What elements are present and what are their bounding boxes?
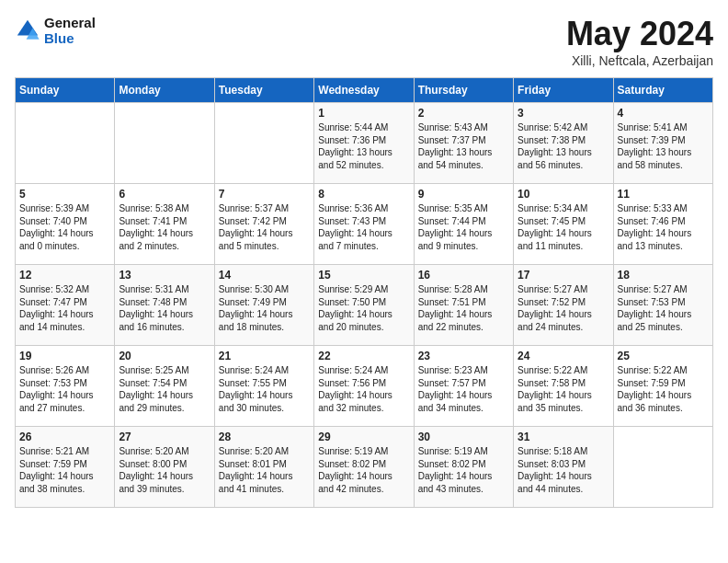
- day-detail: Sunrise: 5:21 AM Sunset: 7:59 PM Dayligh…: [19, 445, 110, 495]
- calendar-cell: 9Sunrise: 5:35 AM Sunset: 7:44 PM Daylig…: [414, 184, 513, 265]
- day-number: 6: [119, 188, 210, 201]
- day-number: 11: [618, 188, 709, 201]
- calendar-cell: 4Sunrise: 5:41 AM Sunset: 7:39 PM Daylig…: [613, 103, 712, 184]
- calendar-cell: 31Sunrise: 5:18 AM Sunset: 8:03 PM Dayli…: [514, 427, 613, 508]
- day-detail: Sunrise: 5:32 AM Sunset: 7:47 PM Dayligh…: [19, 283, 110, 333]
- day-detail: Sunrise: 5:31 AM Sunset: 7:48 PM Dayligh…: [119, 283, 210, 333]
- day-detail: Sunrise: 5:36 AM Sunset: 7:43 PM Dayligh…: [318, 202, 409, 252]
- day-detail: Sunrise: 5:30 AM Sunset: 7:49 PM Dayligh…: [219, 283, 310, 333]
- day-number: 15: [318, 269, 409, 282]
- day-detail: Sunrise: 5:20 AM Sunset: 8:00 PM Dayligh…: [119, 445, 210, 495]
- logo-text: General Blue: [44, 15, 96, 46]
- day-detail: Sunrise: 5:18 AM Sunset: 8:03 PM Dayligh…: [518, 445, 609, 495]
- day-detail: Sunrise: 5:26 AM Sunset: 7:53 PM Dayligh…: [19, 364, 110, 414]
- day-number: 24: [518, 350, 609, 362]
- day-number: 2: [418, 107, 509, 120]
- calendar-table: SundayMondayTuesdayWednesdayThursdayFrid…: [15, 77, 713, 508]
- calendar-cell: 15Sunrise: 5:29 AM Sunset: 7:50 PM Dayli…: [314, 265, 414, 346]
- calendar-cell: [214, 103, 313, 184]
- day-number: 14: [219, 269, 310, 282]
- calendar-cell: [613, 427, 712, 508]
- calendar-cell: 29Sunrise: 5:19 AM Sunset: 8:02 PM Dayli…: [314, 427, 414, 508]
- day-number: 5: [19, 188, 110, 201]
- day-detail: Sunrise: 5:34 AM Sunset: 7:45 PM Dayligh…: [518, 202, 609, 252]
- day-number: 16: [418, 269, 509, 282]
- calendar-week-4: 19Sunrise: 5:26 AM Sunset: 7:53 PM Dayli…: [16, 346, 713, 427]
- calendar-cell: 27Sunrise: 5:20 AM Sunset: 8:00 PM Dayli…: [115, 427, 214, 508]
- calendar-cell: 16Sunrise: 5:28 AM Sunset: 7:51 PM Dayli…: [414, 265, 513, 346]
- day-detail: Sunrise: 5:22 AM Sunset: 7:58 PM Dayligh…: [518, 364, 609, 414]
- header-friday: Friday: [514, 78, 613, 103]
- day-number: 4: [618, 107, 709, 120]
- day-number: 30: [418, 431, 509, 443]
- calendar-cell: 30Sunrise: 5:19 AM Sunset: 8:02 PM Dayli…: [414, 427, 513, 508]
- day-detail: Sunrise: 5:39 AM Sunset: 7:40 PM Dayligh…: [19, 202, 110, 252]
- day-number: 12: [19, 269, 110, 282]
- day-number: 17: [518, 269, 609, 282]
- day-detail: Sunrise: 5:19 AM Sunset: 8:02 PM Dayligh…: [418, 445, 509, 495]
- calendar-header-row: SundayMondayTuesdayWednesdayThursdayFrid…: [16, 78, 713, 103]
- day-number: 22: [318, 350, 409, 362]
- calendar-cell: 19Sunrise: 5:26 AM Sunset: 7:53 PM Dayli…: [16, 346, 115, 427]
- calendar-cell: 28Sunrise: 5:20 AM Sunset: 8:01 PM Dayli…: [214, 427, 313, 508]
- day-number: 8: [318, 188, 409, 201]
- day-number: 31: [518, 431, 609, 443]
- calendar-cell: 8Sunrise: 5:36 AM Sunset: 7:43 PM Daylig…: [314, 184, 414, 265]
- day-number: 20: [119, 350, 210, 362]
- calendar-cell: 25Sunrise: 5:22 AM Sunset: 7:59 PM Dayli…: [613, 346, 712, 427]
- calendar-cell: 7Sunrise: 5:37 AM Sunset: 7:42 PM Daylig…: [214, 184, 313, 265]
- calendar-cell: 13Sunrise: 5:31 AM Sunset: 7:48 PM Dayli…: [115, 265, 214, 346]
- logo-icon: [15, 17, 40, 43]
- day-detail: Sunrise: 5:24 AM Sunset: 7:55 PM Dayligh…: [219, 364, 310, 414]
- calendar-cell: 5Sunrise: 5:39 AM Sunset: 7:40 PM Daylig…: [16, 184, 115, 265]
- day-number: 7: [219, 188, 310, 201]
- day-number: 21: [219, 350, 310, 362]
- day-detail: Sunrise: 5:20 AM Sunset: 8:01 PM Dayligh…: [219, 445, 310, 495]
- calendar-cell: 3Sunrise: 5:42 AM Sunset: 7:38 PM Daylig…: [514, 103, 613, 184]
- calendar-cell: 10Sunrise: 5:34 AM Sunset: 7:45 PM Dayli…: [514, 184, 613, 265]
- calendar-cell: 18Sunrise: 5:27 AM Sunset: 7:53 PM Dayli…: [613, 265, 712, 346]
- day-detail: Sunrise: 5:35 AM Sunset: 7:44 PM Dayligh…: [418, 202, 509, 252]
- calendar-cell: 21Sunrise: 5:24 AM Sunset: 7:55 PM Dayli…: [214, 346, 313, 427]
- header-wednesday: Wednesday: [314, 78, 414, 103]
- day-number: 13: [119, 269, 210, 282]
- calendar-week-1: 1Sunrise: 5:44 AM Sunset: 7:36 PM Daylig…: [16, 103, 713, 184]
- day-detail: Sunrise: 5:41 AM Sunset: 7:39 PM Dayligh…: [618, 121, 709, 171]
- day-number: 27: [119, 431, 210, 443]
- page-header: General Blue May 2024 Xilli, Neftcala, A…: [15, 15, 713, 68]
- calendar-cell: 24Sunrise: 5:22 AM Sunset: 7:58 PM Dayli…: [514, 346, 613, 427]
- calendar-cell: 14Sunrise: 5:30 AM Sunset: 7:49 PM Dayli…: [214, 265, 313, 346]
- calendar-cell: [115, 103, 214, 184]
- day-detail: Sunrise: 5:37 AM Sunset: 7:42 PM Dayligh…: [219, 202, 310, 252]
- day-detail: Sunrise: 5:33 AM Sunset: 7:46 PM Dayligh…: [618, 202, 709, 252]
- calendar-cell: 11Sunrise: 5:33 AM Sunset: 7:46 PM Dayli…: [613, 184, 712, 265]
- day-number: 18: [618, 269, 709, 282]
- day-detail: Sunrise: 5:23 AM Sunset: 7:57 PM Dayligh…: [418, 364, 509, 414]
- day-number: 3: [518, 107, 609, 120]
- day-number: 19: [19, 350, 110, 362]
- day-number: 1: [318, 107, 409, 120]
- title-block: May 2024 Xilli, Neftcala, Azerbaijan: [566, 15, 713, 68]
- calendar-cell: 6Sunrise: 5:38 AM Sunset: 7:41 PM Daylig…: [115, 184, 214, 265]
- day-detail: Sunrise: 5:38 AM Sunset: 7:41 PM Dayligh…: [119, 202, 210, 252]
- day-detail: Sunrise: 5:24 AM Sunset: 7:56 PM Dayligh…: [318, 364, 409, 414]
- day-number: 26: [19, 431, 110, 443]
- location: Xilli, Neftcala, Azerbaijan: [566, 53, 713, 68]
- day-detail: Sunrise: 5:28 AM Sunset: 7:51 PM Dayligh…: [418, 283, 509, 333]
- calendar-cell: 12Sunrise: 5:32 AM Sunset: 7:47 PM Dayli…: [16, 265, 115, 346]
- calendar-week-2: 5Sunrise: 5:39 AM Sunset: 7:40 PM Daylig…: [16, 184, 713, 265]
- day-detail: Sunrise: 5:29 AM Sunset: 7:50 PM Dayligh…: [318, 283, 409, 333]
- header-tuesday: Tuesday: [214, 78, 313, 103]
- header-monday: Monday: [115, 78, 214, 103]
- day-number: 28: [219, 431, 310, 443]
- calendar-cell: 1Sunrise: 5:44 AM Sunset: 7:36 PM Daylig…: [314, 103, 414, 184]
- calendar-cell: 2Sunrise: 5:43 AM Sunset: 7:37 PM Daylig…: [414, 103, 513, 184]
- day-number: 10: [518, 188, 609, 201]
- calendar-cell: 20Sunrise: 5:25 AM Sunset: 7:54 PM Dayli…: [115, 346, 214, 427]
- header-sunday: Sunday: [16, 78, 115, 103]
- header-saturday: Saturday: [613, 78, 712, 103]
- day-detail: Sunrise: 5:25 AM Sunset: 7:54 PM Dayligh…: [119, 364, 210, 414]
- calendar-cell: [16, 103, 115, 184]
- day-detail: Sunrise: 5:27 AM Sunset: 7:53 PM Dayligh…: [618, 283, 709, 333]
- day-detail: Sunrise: 5:19 AM Sunset: 8:02 PM Dayligh…: [318, 445, 409, 495]
